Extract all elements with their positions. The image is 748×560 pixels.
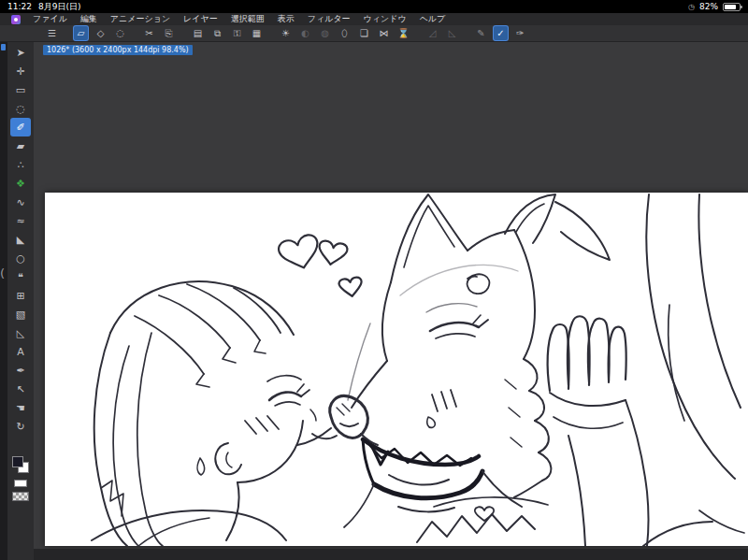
grid-icon[interactable]: ▦ xyxy=(250,26,264,40)
snap-circle-icon[interactable]: ◌ xyxy=(113,26,127,40)
menu-layer[interactable]: レイヤー xyxy=(177,13,224,25)
command-bar: ☰ ▱ ◇ ◌ ✂ ⎘ ▤ ⧉ ⚿ ▦ ☀ ◐ ◍ ⬯ ❏ ⋈ ⌛ ◿ ◺ ✎ … xyxy=(0,25,748,42)
app-logo-icon[interactable] xyxy=(11,15,21,24)
droplet-icon[interactable]: ⬯ xyxy=(338,26,352,40)
main-menu-icon[interactable]: ☰ xyxy=(45,26,59,40)
lasso-tool-icon[interactable]: ◌ xyxy=(10,99,31,118)
ruler-tool-icon[interactable]: ◺ xyxy=(10,323,31,342)
workspace: 1026* (3600 x 2400px 144dpi 98.4%) xyxy=(34,42,748,560)
eraser-tool-icon[interactable]: ▰ xyxy=(10,136,31,155)
pen-pressure-icon[interactable]: ✑ xyxy=(513,26,527,40)
hand-on-cheek xyxy=(548,316,649,546)
cut-icon[interactable]: ✂ xyxy=(142,26,156,40)
tool-palette: ➤ ✛ ▭ ◌ ✐ ▰ ∴ ❖ ∿ ≈ ◣ ○ ❝ ⊞ ▧ ◺ A ✒ ↖ ☚ … xyxy=(7,42,34,560)
hand-tool-icon[interactable]: ☚ xyxy=(10,398,31,417)
angle-snap-1-icon: ◿ xyxy=(425,26,439,40)
menu-animation[interactable]: アニメーション xyxy=(104,13,177,25)
marquee-tool-icon[interactable]: ▭ xyxy=(10,80,31,99)
chest-fluff xyxy=(417,497,548,542)
operation-tool-icon[interactable]: ➤ xyxy=(10,43,31,62)
document-tab[interactable]: 1026* (3600 x 2400px 144dpi 98.4%) xyxy=(43,45,193,55)
mix-tool-icon[interactable]: ≈ xyxy=(10,211,31,230)
stabilizer-icon[interactable]: ✎ xyxy=(474,26,488,40)
angle-snap-2-icon: ◺ xyxy=(445,26,459,40)
color-swatches[interactable] xyxy=(12,456,29,473)
lock-icon[interactable]: ⚿ xyxy=(230,26,244,40)
battery-percent: 82% xyxy=(699,2,718,11)
text-tool-icon[interactable]: A xyxy=(10,342,31,361)
left-rail: ( xyxy=(0,42,7,560)
blend-tool-icon[interactable]: ∿ xyxy=(10,193,31,211)
pages-icon[interactable]: ⧉ xyxy=(210,26,224,40)
snap-diamond-icon[interactable]: ◇ xyxy=(94,26,108,40)
fill-tool-icon[interactable]: ◣ xyxy=(10,230,31,249)
menu-selection[interactable]: 選択範囲 xyxy=(224,13,271,25)
status-date: 8月9日(日) xyxy=(38,1,80,13)
frame-tool-icon[interactable]: ⊞ xyxy=(10,286,31,305)
transform-icon[interactable]: ▱ xyxy=(74,26,88,40)
status-time: 11:22 xyxy=(7,2,32,11)
balloon-tool-icon[interactable]: ❝ xyxy=(10,267,31,286)
brightness-icon[interactable]: ☀ xyxy=(279,26,293,40)
hearts-doodle xyxy=(277,233,364,297)
status-left: 11:22 8月9日(日) xyxy=(7,1,80,13)
figure-tool-icon[interactable]: ○ xyxy=(10,249,31,267)
clip-studio-screen: 11:22 8月9日(日) ◷ 82% ファイル 編集 アニメーション レイヤー… xyxy=(0,0,748,560)
status-indicator-icon: ◷ xyxy=(688,3,695,11)
menu-filter[interactable]: フィルター xyxy=(301,13,357,25)
mane-lines xyxy=(643,194,744,546)
drawing-canvas[interactable] xyxy=(45,193,748,546)
menu-file[interactable]: ファイル xyxy=(26,13,74,25)
rotate-tool-icon[interactable]: ↻ xyxy=(10,417,31,436)
menu-bar: ファイル 編集 アニメーション レイヤー 選択範囲 表示 フィルター ウィンドウ… xyxy=(0,13,748,25)
hourglass-icon[interactable]: ⌛ xyxy=(396,26,410,40)
artwork-sketch xyxy=(45,193,748,546)
menu-help[interactable]: ヘルプ xyxy=(413,13,453,25)
menu-view[interactable]: 表示 xyxy=(271,13,301,25)
move-tool-icon[interactable]: ✛ xyxy=(10,62,31,80)
rail-edit-indicator xyxy=(1,44,6,50)
girl-head xyxy=(92,281,337,546)
paste-icon[interactable]: ⎘ xyxy=(162,26,176,40)
marker-tool-icon[interactable]: ✐ xyxy=(10,118,31,136)
contrast-icon: ◐ xyxy=(298,26,312,40)
flip-horizontal-icon[interactable]: ⋈ xyxy=(377,26,391,40)
transparent-color-swatch[interactable] xyxy=(12,492,29,501)
tone-icon: ◍ xyxy=(318,26,332,40)
sub-color-swatch[interactable] xyxy=(14,480,27,487)
gradient-tool-icon[interactable]: ▧ xyxy=(10,305,31,323)
nib-tool-icon[interactable]: ✒ xyxy=(10,361,31,380)
main-area: ( ➤ ✛ ▭ ◌ ✐ ▰ ∴ ❖ ∿ ≈ ◣ ○ ❝ ⊞ ▧ ◺ A ✒ ↖ … xyxy=(0,42,748,560)
crop-icon[interactable]: ❏ xyxy=(357,26,371,40)
menu-window[interactable]: ウィンドウ xyxy=(357,13,413,25)
canvas-new-icon[interactable]: ▤ xyxy=(191,26,205,40)
bottom-strip xyxy=(34,549,748,560)
status-bar: 11:22 8月9日(日) ◷ 82% xyxy=(0,0,748,13)
airbrush-tool-icon[interactable]: ∴ xyxy=(10,155,31,174)
stabilizer-on-icon[interactable]: ✓ xyxy=(494,26,508,40)
arrow-tool-icon[interactable]: ↖ xyxy=(10,380,31,398)
menu-edit[interactable]: 編集 xyxy=(74,13,104,25)
status-right: ◷ 82% xyxy=(688,2,741,11)
battery-icon xyxy=(723,3,741,11)
palette-collapse-handle[interactable]: ( xyxy=(0,260,9,286)
foreground-color-swatch[interactable] xyxy=(12,456,23,467)
decoration-tool-icon[interactable]: ❖ xyxy=(10,174,31,193)
